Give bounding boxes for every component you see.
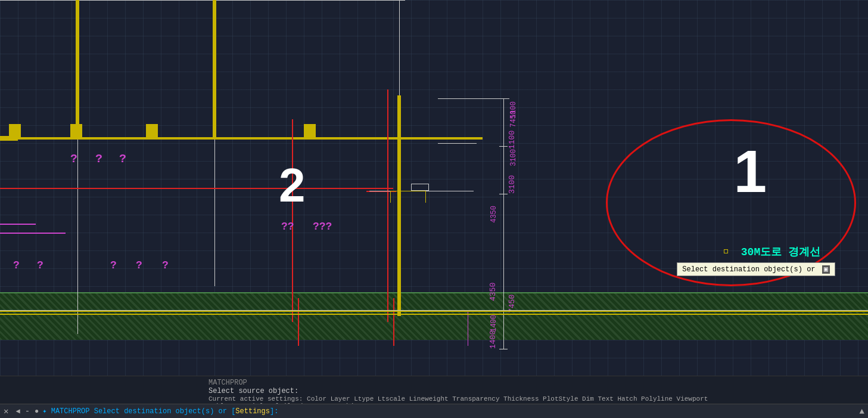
qmark-3-2: ? bbox=[37, 259, 43, 271]
col-yellow-2 bbox=[213, 0, 216, 137]
matchprop-label: MATCHPROP bbox=[209, 379, 247, 387]
close-button[interactable]: ✕ bbox=[4, 406, 8, 416]
dim-text-7450: 7450 bbox=[508, 104, 517, 313]
qmark-3-4: ? bbox=[136, 259, 142, 271]
prompt-settings-highlight: Settings bbox=[235, 407, 270, 416]
meas-h1 bbox=[438, 98, 509, 99]
qmark-1-3: ? bbox=[119, 152, 126, 166]
dim-tick-2 bbox=[499, 146, 508, 147]
beam-h-main bbox=[0, 137, 483, 140]
input-bar[interactable]: ✕ ◀ - ● ✦ MATCHPROP Select destination o… bbox=[0, 404, 868, 418]
dim-label-1400: 1400 bbox=[490, 315, 498, 332]
qmark-1-2: ? bbox=[95, 152, 102, 166]
cmd-line-settings: Current active settings: Color Layer Lty… bbox=[209, 395, 708, 402]
dim-label-3100: 3100 bbox=[509, 149, 518, 166]
red-oval-annotation bbox=[606, 119, 856, 286]
t-marker-4 bbox=[304, 124, 316, 137]
mag-line-h2 bbox=[0, 233, 66, 234]
marker-yellow-sq bbox=[724, 249, 728, 253]
korean-road-label: 30M도로 경계선 bbox=[741, 244, 820, 259]
select-tooltip[interactable]: Select destination object(s) or ▣ bbox=[677, 262, 835, 276]
dim-label-4350: 4350 bbox=[490, 206, 498, 223]
input-icons-group: ◀ - ● bbox=[12, 407, 42, 416]
red-line-v3 bbox=[387, 89, 388, 322]
hatch-area bbox=[0, 292, 868, 340]
tooltip-text: Select destination object(s) or bbox=[682, 265, 815, 274]
input-prompt-text: ✦ MATCHPROP Select destination object(s)… bbox=[42, 407, 278, 416]
cmd-line-select-source: Select source object: bbox=[209, 387, 298, 395]
qmark-2-1: ?? bbox=[281, 221, 294, 233]
scroll-left-icon[interactable]: ◀ bbox=[15, 407, 20, 416]
prompt-matchprop: ✦ MATCHPROP Select destination object(s)… bbox=[42, 407, 235, 416]
qmark-3-5: ? bbox=[162, 259, 169, 271]
junction-detail bbox=[390, 191, 426, 203]
junction-white-box bbox=[411, 184, 429, 191]
qmark-3-3: ? bbox=[110, 259, 117, 271]
dim-tick-5 bbox=[499, 349, 508, 349]
red-line-h1 bbox=[0, 188, 393, 189]
qmark-1-1: ? bbox=[70, 152, 77, 166]
bullet-icon: ● bbox=[35, 407, 39, 416]
qmark-2-2: ??? bbox=[313, 221, 332, 233]
qmark-3-1: ? bbox=[13, 259, 20, 271]
dim-tick-1 bbox=[499, 98, 508, 99]
col-yellow-3 bbox=[397, 95, 401, 316]
col-yellow-1 bbox=[76, 0, 79, 137]
annotation-number-1: 1 bbox=[733, 137, 767, 206]
tooltip-icon: ▣ bbox=[822, 265, 830, 274]
meas-h2 bbox=[438, 143, 477, 144]
annotation-number-2: 2 bbox=[279, 158, 306, 213]
scroll-up-icon[interactable]: ▲ bbox=[860, 407, 864, 416]
mag-line-h1 bbox=[0, 224, 36, 225]
cad-canvas: 1100 3100 7450 4350 1400 1100 3100 7450 … bbox=[0, 0, 868, 376]
red-line-v2 bbox=[298, 298, 299, 346]
t-marker-3 bbox=[146, 124, 158, 137]
t-marker-1 bbox=[9, 124, 21, 137]
mag-line-v1 bbox=[468, 310, 468, 346]
t-marker-2 bbox=[70, 124, 82, 137]
dim-label-7450: 7450 bbox=[509, 110, 518, 128]
white-h-line-mid bbox=[0, 310, 868, 311]
red-line-v4 bbox=[393, 298, 394, 346]
dim-tick-3 bbox=[499, 194, 508, 194]
grid-line-h-top bbox=[0, 0, 405, 1]
prompt-close-bracket: ]: bbox=[270, 407, 278, 416]
dash-separator: - bbox=[25, 407, 30, 416]
yellow-bottom-h2 bbox=[0, 314, 868, 315]
